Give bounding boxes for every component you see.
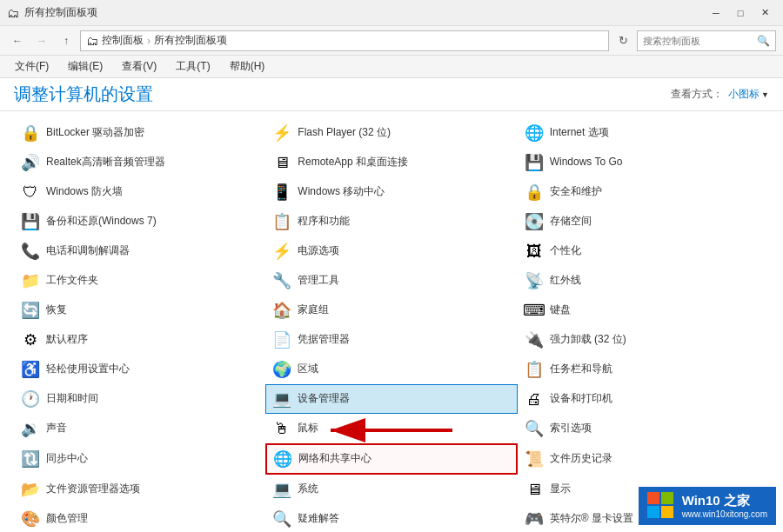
control-panel-item[interactable]: 📱Windows 移动中心 [265, 177, 517, 207]
control-panel-item[interactable]: 🔄恢复 [14, 296, 265, 325]
search-box[interactable]: 🔍 [637, 30, 776, 51]
window-icon: 🗂 [7, 6, 19, 20]
control-panel-item[interactable]: 🖱鼠标 [265, 414, 517, 443]
item-icon: 📋 [524, 359, 545, 380]
item-label: Windows 移动中心 [298, 185, 385, 199]
control-panel-item[interactable]: 📄凭据管理器 [265, 325, 517, 355]
control-panel-item[interactable]: 🎨颜色管理 [14, 504, 265, 532]
control-panel-item[interactable]: 🔒安全和维护 [518, 177, 769, 207]
item-icon: 🔃 [20, 449, 41, 469]
control-panel-item[interactable]: ⌨键盘 [518, 296, 769, 325]
item-label: 键盘 [550, 303, 571, 317]
close-button[interactable]: ✕ [753, 4, 776, 22]
menu-tools[interactable]: 工具(T) [168, 57, 218, 76]
control-panel-item[interactable]: 🖨设备和打印机 [518, 384, 769, 414]
item-icon: 📁 [20, 270, 41, 291]
control-panel-item[interactable]: ♿轻松使用设置中心 [14, 355, 265, 384]
refresh-button[interactable]: ↻ [612, 30, 633, 51]
control-panel-item[interactable]: 🔃同步中心 [14, 443, 265, 475]
item-label: 程序和功能 [298, 215, 350, 229]
item-icon: 🏠 [271, 300, 292, 321]
maximize-button[interactable]: □ [729, 4, 752, 22]
search-icon: 🔍 [757, 35, 770, 47]
control-panel-item[interactable]: 🏠家庭组 [265, 296, 517, 325]
control-panel-item[interactable]: 🔊Realtek高清晰音频管理器 [14, 148, 265, 177]
control-panel-item[interactable]: 🛡Windows 防火墙 [14, 177, 265, 207]
address-bar: ← → ↑ 🗂 控制面板 › 所有控制面板项 ↻ 🔍 [0, 26, 783, 56]
menu-view[interactable]: 查看(V) [114, 57, 164, 76]
control-panel-item[interactable]: 🔍疑难解答 [265, 504, 517, 532]
item-icon: 🖥 [524, 479, 545, 500]
control-panel-item[interactable]: 📂文件资源管理器选项 [14, 475, 265, 504]
item-icon: 🌍 [271, 359, 292, 380]
control-panel-item[interactable]: 🔧管理工具 [265, 266, 517, 296]
item-icon: 📱 [271, 182, 292, 203]
main-area: 🔒BitLocker 驱动器加密⚡Flash Player (32 位)🌐Int… [0, 111, 783, 532]
control-panel-item[interactable]: ⚡电源选项 [265, 236, 517, 266]
control-panel-item[interactable]: 🔉声音 [14, 414, 265, 443]
control-panel-item[interactable]: 💻设备管理器 [265, 384, 517, 414]
view-current[interactable]: 小图标 [728, 87, 760, 102]
item-icon: 📞 [20, 241, 41, 262]
minimize-button[interactable]: ─ [705, 4, 727, 22]
item-icon: 💾 [524, 152, 545, 173]
back-button[interactable]: ← [7, 30, 28, 51]
control-panel-item[interactable]: 📋任务栏和导航 [518, 355, 769, 384]
control-panel-item[interactable]: 🖥RemoteApp 和桌面连接 [265, 148, 517, 177]
control-panel-item[interactable]: 🔌强力卸载 (32 位) [518, 325, 769, 355]
watermark-text: Win10 之家 www.win10xitong.com [682, 492, 767, 521]
item-label: 任务栏和导航 [550, 362, 612, 376]
address-path: 控制面板 › 所有控制面板项 [102, 33, 603, 48]
forward-button[interactable]: → [31, 30, 52, 51]
item-icon: 🎨 [20, 509, 41, 529]
control-panel-item[interactable]: 💽存储空间 [518, 207, 769, 236]
control-panel-item[interactable]: 🖼个性化 [518, 236, 769, 266]
item-icon: 🔉 [20, 418, 41, 439]
view-options: 查看方式： 小图标 ▼ [671, 87, 769, 102]
search-input[interactable] [643, 36, 753, 46]
window-title: 所有控制面板项 [24, 5, 97, 20]
menu-edit[interactable]: 编辑(E) [60, 57, 110, 76]
control-panel-item[interactable]: 📋程序和功能 [265, 207, 517, 236]
control-panel-item[interactable]: 📜文件历史记录 [518, 443, 769, 475]
up-button[interactable]: ↑ [56, 30, 77, 51]
item-icon: ⚡ [271, 241, 292, 262]
menu-file[interactable]: 文件(F) [7, 57, 57, 76]
control-panel-item[interactable]: ⚙默认程序 [14, 325, 265, 355]
item-icon: 🔌 [524, 329, 545, 350]
item-label: 日期和时间 [46, 392, 98, 406]
control-panel-item[interactable]: 🔍索引选项 [518, 414, 769, 443]
item-icon: ⚙ [20, 329, 41, 350]
control-panel-item[interactable]: 🔒BitLocker 驱动器加密 [14, 118, 265, 148]
item-label: 网络和共享中心 [298, 452, 371, 466]
control-panel-item[interactable]: 💾Windows To Go [518, 148, 769, 177]
item-icon: 🛡 [20, 182, 41, 203]
control-panel-item[interactable]: 🌐Internet 选项 [518, 118, 769, 148]
item-icon: 💻 [271, 479, 292, 500]
item-icon: 💾 [20, 211, 41, 232]
item-icon: ⌨ [524, 300, 545, 321]
control-panel-item[interactable]: 📁工作文件夹 [14, 266, 265, 296]
item-icon: 🔒 [20, 123, 41, 143]
control-panel-item[interactable]: ⚡Flash Player (32 位) [265, 118, 517, 148]
item-label: 默认程序 [46, 333, 88, 347]
menu-bar: 文件(F) 编辑(E) 查看(V) 工具(T) 帮助(H) [0, 56, 783, 78]
menu-help[interactable]: 帮助(H) [222, 57, 273, 76]
item-icon: 🔊 [20, 152, 41, 173]
item-icon: 🔒 [524, 182, 545, 203]
control-panel-item[interactable]: 🌐网络和共享中心 [265, 443, 517, 475]
control-panel-item[interactable]: 💾备份和还原(Windows 7) [14, 207, 265, 236]
control-panel-item[interactable]: 💻系统 [265, 475, 517, 504]
control-panel-item[interactable]: 📞电话和调制解调器 [14, 236, 265, 266]
view-dropdown[interactable]: 小图标 ▼ [728, 87, 769, 102]
item-icon: 🖱 [271, 418, 292, 439]
items-container: 🔒BitLocker 驱动器加密⚡Flash Player (32 位)🌐Int… [0, 111, 783, 532]
item-label: 鼠标 [298, 422, 318, 436]
item-label: 疑难解答 [298, 512, 339, 526]
control-panel-item[interactable]: 🌍区域 [265, 355, 517, 384]
item-label: Windows 防火墙 [46, 185, 123, 199]
item-label: 恢复 [46, 303, 67, 317]
control-panel-item[interactable]: 🕐日期和时间 [14, 384, 265, 414]
address-box[interactable]: 🗂 控制面板 › 所有控制面板项 [80, 30, 609, 51]
control-panel-item[interactable]: 📡红外线 [518, 266, 769, 296]
